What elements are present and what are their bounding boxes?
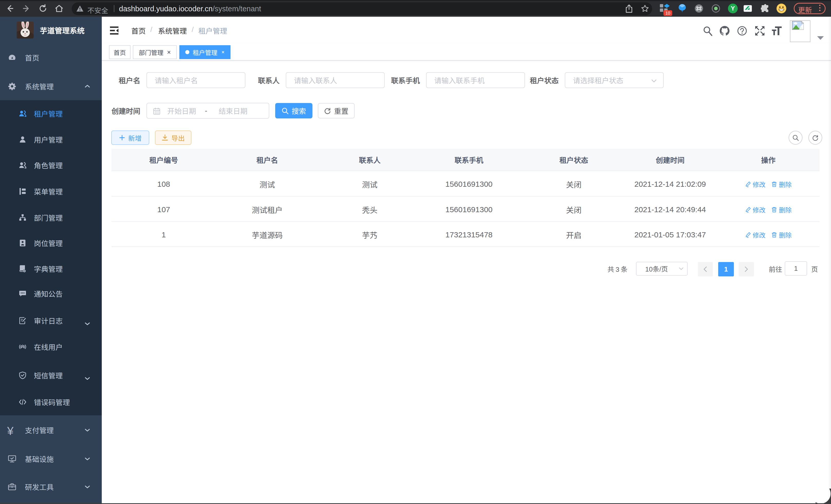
svg-text:10: 10 [665,11,670,16]
